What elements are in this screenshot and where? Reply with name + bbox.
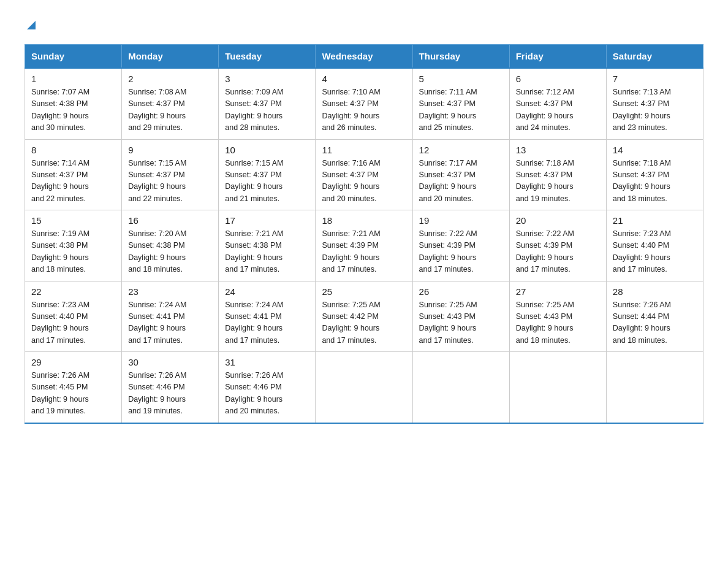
calendar-cell: 13Sunrise: 7:18 AMSunset: 4:37 PMDayligh… — [509, 139, 606, 210]
calendar-cell: 16Sunrise: 7:20 AMSunset: 4:38 PMDayligh… — [122, 210, 219, 282]
day-info: Sunrise: 7:18 AMSunset: 4:37 PMDaylight:… — [613, 158, 697, 205]
day-info: Sunrise: 7:15 AMSunset: 4:37 PMDaylight:… — [225, 158, 309, 205]
day-info: Sunrise: 7:25 AMSunset: 4:43 PMDaylight:… — [419, 299, 503, 347]
day-info: Sunrise: 7:26 AMSunset: 4:45 PMDaylight:… — [31, 370, 115, 418]
day-number: 23 — [128, 286, 212, 297]
day-number: 3 — [225, 74, 309, 84]
calendar-cell: 18Sunrise: 7:21 AMSunset: 4:39 PMDayligh… — [316, 210, 412, 282]
col-header-monday: Monday — [122, 45, 219, 69]
calendar-cell: 31Sunrise: 7:26 AMSunset: 4:46 PMDayligh… — [219, 352, 316, 423]
calendar-cell: 14Sunrise: 7:18 AMSunset: 4:37 PMDayligh… — [606, 139, 703, 210]
day-number: 29 — [31, 357, 115, 367]
day-info: Sunrise: 7:25 AMSunset: 4:42 PMDaylight:… — [322, 299, 406, 347]
day-info: Sunrise: 7:21 AMSunset: 4:38 PMDaylight:… — [225, 228, 309, 276]
calendar-cell: 24Sunrise: 7:24 AMSunset: 4:41 PMDayligh… — [219, 281, 316, 352]
day-info: Sunrise: 7:17 AMSunset: 4:37 PMDaylight:… — [419, 158, 503, 205]
day-info: Sunrise: 7:22 AMSunset: 4:39 PMDaylight:… — [419, 228, 503, 276]
day-info: Sunrise: 7:18 AMSunset: 4:37 PMDaylight:… — [516, 158, 600, 205]
day-number: 11 — [322, 145, 406, 155]
calendar-cell: 10Sunrise: 7:15 AMSunset: 4:37 PMDayligh… — [219, 139, 316, 210]
calendar-week-row: 8Sunrise: 7:14 AMSunset: 4:37 PMDaylight… — [25, 139, 703, 210]
day-info: Sunrise: 7:21 AMSunset: 4:39 PMDaylight:… — [322, 228, 406, 276]
calendar-cell: 7Sunrise: 7:13 AMSunset: 4:37 PMDaylight… — [606, 68, 703, 139]
day-info: Sunrise: 7:14 AMSunset: 4:37 PMDaylight:… — [31, 158, 115, 205]
day-info: Sunrise: 7:20 AMSunset: 4:38 PMDaylight:… — [128, 228, 212, 276]
calendar-cell: 29Sunrise: 7:26 AMSunset: 4:45 PMDayligh… — [25, 352, 122, 423]
day-info: Sunrise: 7:26 AMSunset: 4:46 PMDaylight:… — [128, 370, 212, 418]
day-number: 26 — [419, 286, 503, 297]
calendar-cell: 11Sunrise: 7:16 AMSunset: 4:37 PMDayligh… — [316, 139, 412, 210]
calendar-cell — [412, 352, 509, 423]
calendar-cell: 6Sunrise: 7:12 AMSunset: 4:37 PMDaylight… — [509, 68, 606, 139]
calendar-cell: 12Sunrise: 7:17 AMSunset: 4:37 PMDayligh… — [412, 139, 509, 210]
day-info: Sunrise: 7:24 AMSunset: 4:41 PMDaylight:… — [128, 299, 212, 347]
calendar-cell: 26Sunrise: 7:25 AMSunset: 4:43 PMDayligh… — [412, 281, 509, 352]
day-info: Sunrise: 7:23 AMSunset: 4:40 PMDaylight:… — [613, 228, 697, 276]
logo — [25, 18, 38, 32]
day-info: Sunrise: 7:16 AMSunset: 4:37 PMDaylight:… — [322, 158, 406, 205]
col-header-tuesday: Tuesday — [219, 45, 316, 69]
day-number: 6 — [516, 74, 600, 84]
calendar-week-row: 22Sunrise: 7:23 AMSunset: 4:40 PMDayligh… — [25, 281, 703, 352]
calendar-cell — [606, 352, 703, 423]
calendar-cell: 8Sunrise: 7:14 AMSunset: 4:37 PMDaylight… — [25, 139, 122, 210]
day-info: Sunrise: 7:22 AMSunset: 4:39 PMDaylight:… — [516, 228, 600, 276]
day-number: 15 — [31, 215, 115, 226]
calendar-cell: 28Sunrise: 7:26 AMSunset: 4:44 PMDayligh… — [606, 281, 703, 352]
day-number: 21 — [613, 215, 697, 226]
calendar-cell: 4Sunrise: 7:10 AMSunset: 4:37 PMDaylight… — [316, 68, 412, 139]
svg-marker-0 — [27, 21, 36, 29]
day-info: Sunrise: 7:11 AMSunset: 4:37 PMDaylight:… — [419, 86, 503, 134]
page-header — [25, 18, 703, 32]
calendar-cell: 23Sunrise: 7:24 AMSunset: 4:41 PMDayligh… — [122, 281, 219, 352]
calendar-cell: 5Sunrise: 7:11 AMSunset: 4:37 PMDaylight… — [412, 68, 509, 139]
calendar-week-row: 1Sunrise: 7:07 AMSunset: 4:38 PMDaylight… — [25, 68, 703, 139]
day-info: Sunrise: 7:26 AMSunset: 4:46 PMDaylight:… — [225, 370, 309, 418]
calendar-cell: 20Sunrise: 7:22 AMSunset: 4:39 PMDayligh… — [509, 210, 606, 282]
calendar-cell: 2Sunrise: 7:08 AMSunset: 4:37 PMDaylight… — [122, 68, 219, 139]
day-info: Sunrise: 7:12 AMSunset: 4:37 PMDaylight:… — [516, 86, 600, 134]
day-number: 16 — [128, 215, 212, 226]
calendar-week-row: 15Sunrise: 7:19 AMSunset: 4:38 PMDayligh… — [25, 210, 703, 282]
day-number: 13 — [516, 145, 600, 155]
day-number: 5 — [419, 74, 503, 84]
day-info: Sunrise: 7:24 AMSunset: 4:41 PMDaylight:… — [225, 299, 309, 347]
col-header-sunday: Sunday — [25, 45, 122, 69]
calendar-cell: 27Sunrise: 7:25 AMSunset: 4:43 PMDayligh… — [509, 281, 606, 352]
day-number: 19 — [419, 215, 503, 226]
day-number: 12 — [419, 145, 503, 155]
logo-triangle-icon — [25, 18, 38, 32]
day-number: 8 — [31, 145, 115, 155]
day-number: 7 — [613, 74, 697, 84]
day-number: 10 — [225, 145, 309, 155]
col-header-thursday: Thursday — [412, 45, 509, 69]
day-info: Sunrise: 7:08 AMSunset: 4:37 PMDaylight:… — [128, 86, 212, 134]
day-info: Sunrise: 7:25 AMSunset: 4:43 PMDaylight:… — [516, 299, 600, 347]
day-number: 4 — [322, 74, 406, 84]
day-info: Sunrise: 7:26 AMSunset: 4:44 PMDaylight:… — [613, 299, 697, 347]
col-header-friday: Friday — [509, 45, 606, 69]
calendar-header-row: SundayMondayTuesdayWednesdayThursdayFrid… — [25, 45, 703, 69]
calendar-cell: 1Sunrise: 7:07 AMSunset: 4:38 PMDaylight… — [25, 68, 122, 139]
day-number: 28 — [613, 286, 697, 297]
day-number: 20 — [516, 215, 600, 226]
calendar-cell: 25Sunrise: 7:25 AMSunset: 4:42 PMDayligh… — [316, 281, 412, 352]
day-info: Sunrise: 7:15 AMSunset: 4:37 PMDaylight:… — [128, 158, 212, 205]
day-number: 17 — [225, 215, 309, 226]
calendar-week-row: 29Sunrise: 7:26 AMSunset: 4:45 PMDayligh… — [25, 352, 703, 423]
col-header-saturday: Saturday — [606, 45, 703, 69]
day-info: Sunrise: 7:19 AMSunset: 4:38 PMDaylight:… — [31, 228, 115, 276]
calendar-cell — [316, 352, 412, 423]
day-number: 18 — [322, 215, 406, 226]
calendar-cell: 3Sunrise: 7:09 AMSunset: 4:37 PMDaylight… — [219, 68, 316, 139]
day-number: 24 — [225, 286, 309, 297]
calendar-cell: 22Sunrise: 7:23 AMSunset: 4:40 PMDayligh… — [25, 281, 122, 352]
day-number: 22 — [31, 286, 115, 297]
day-number: 25 — [322, 286, 406, 297]
day-number: 1 — [31, 74, 115, 84]
calendar-cell: 21Sunrise: 7:23 AMSunset: 4:40 PMDayligh… — [606, 210, 703, 282]
day-info: Sunrise: 7:07 AMSunset: 4:38 PMDaylight:… — [31, 86, 115, 134]
day-number: 14 — [613, 145, 697, 155]
calendar-cell: 9Sunrise: 7:15 AMSunset: 4:37 PMDaylight… — [122, 139, 219, 210]
calendar-table: SundayMondayTuesdayWednesdayThursdayFrid… — [25, 44, 703, 424]
